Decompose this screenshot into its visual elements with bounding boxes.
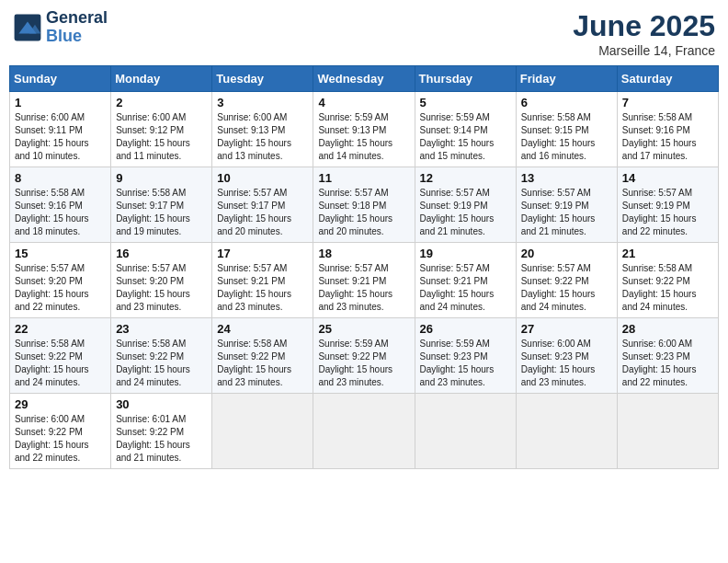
cell-content: Sunrise: 5:58 AMSunset: 9:22 PMDaylight:…	[622, 262, 713, 314]
day-number: 10	[217, 171, 308, 185]
calendar-cell: 17Sunrise: 5:57 AMSunset: 9:21 PMDayligh…	[212, 243, 313, 318]
calendar-cell: 15Sunrise: 5:57 AMSunset: 9:20 PMDayligh…	[10, 243, 111, 318]
calendar-cell: 2Sunrise: 6:00 AMSunset: 9:12 PMDaylight…	[111, 92, 212, 167]
weekday-header-tuesday: Tuesday	[212, 66, 313, 92]
weekday-header-sunday: Sunday	[10, 66, 111, 92]
calendar-cell	[212, 394, 313, 469]
cell-content: Sunrise: 6:00 AMSunset: 9:23 PMDaylight:…	[622, 338, 713, 389]
calendar-week-row: 1Sunrise: 6:00 AMSunset: 9:11 PMDaylight…	[10, 92, 719, 167]
calendar-header-row: SundayMondayTuesdayWednesdayThursdayFrid…	[10, 66, 719, 92]
cell-content: Sunrise: 5:58 AMSunset: 9:22 PMDaylight:…	[116, 338, 207, 389]
calendar-cell: 6Sunrise: 5:58 AMSunset: 9:15 PMDaylight…	[516, 92, 617, 167]
calendar-cell: 22Sunrise: 5:58 AMSunset: 9:22 PMDayligh…	[10, 318, 111, 394]
calendar-cell: 11Sunrise: 5:57 AMSunset: 9:18 PMDayligh…	[313, 167, 415, 243]
cell-content: Sunrise: 5:57 AMSunset: 9:20 PMDaylight:…	[116, 262, 207, 314]
calendar-week-row: 8Sunrise: 5:58 AMSunset: 9:16 PMDaylight…	[10, 167, 719, 243]
day-number: 26	[420, 322, 511, 336]
cell-content: Sunrise: 5:57 AMSunset: 9:19 PMDaylight:…	[420, 187, 511, 238]
cell-content: Sunrise: 5:58 AMSunset: 9:16 PMDaylight:…	[15, 187, 106, 238]
calendar: SundayMondayTuesdayWednesdayThursdayFrid…	[9, 65, 719, 469]
day-number: 23	[116, 322, 207, 336]
day-number: 3	[217, 96, 308, 109]
calendar-cell: 14Sunrise: 5:57 AMSunset: 9:19 PMDayligh…	[617, 167, 718, 243]
calendar-cell	[313, 394, 415, 469]
calendar-cell: 26Sunrise: 5:59 AMSunset: 9:23 PMDayligh…	[415, 318, 516, 394]
calendar-week-row: 15Sunrise: 5:57 AMSunset: 9:20 PMDayligh…	[10, 243, 719, 318]
cell-content: Sunrise: 5:58 AMSunset: 9:22 PMDaylight:…	[15, 338, 106, 389]
day-number: 17	[217, 247, 308, 260]
day-number: 25	[318, 322, 409, 336]
cell-content: Sunrise: 5:57 AMSunset: 9:20 PMDaylight:…	[15, 262, 106, 314]
cell-content: Sunrise: 5:58 AMSunset: 9:16 PMDaylight:…	[622, 111, 713, 163]
logo-text: General Blue	[46, 9, 108, 46]
weekday-header-monday: Monday	[111, 66, 212, 92]
calendar-cell: 27Sunrise: 6:00 AMSunset: 9:23 PMDayligh…	[516, 318, 617, 394]
day-number: 28	[622, 322, 713, 336]
cell-content: Sunrise: 6:00 AMSunset: 9:22 PMDaylight:…	[15, 413, 106, 465]
calendar-cell	[415, 394, 516, 469]
weekday-header-thursday: Thursday	[415, 66, 516, 92]
day-number: 24	[217, 322, 308, 336]
cell-content: Sunrise: 6:00 AMSunset: 9:12 PMDaylight:…	[116, 111, 207, 163]
cell-content: Sunrise: 5:59 AMSunset: 9:23 PMDaylight:…	[420, 338, 511, 389]
calendar-cell: 13Sunrise: 5:57 AMSunset: 9:19 PMDayligh…	[516, 167, 617, 243]
calendar-cell: 19Sunrise: 5:57 AMSunset: 9:21 PMDayligh…	[415, 243, 516, 318]
calendar-cell: 5Sunrise: 5:59 AMSunset: 9:14 PMDaylight…	[415, 92, 516, 167]
day-number: 14	[622, 171, 713, 185]
cell-content: Sunrise: 6:01 AMSunset: 9:22 PMDaylight:…	[116, 413, 207, 465]
day-number: 12	[420, 171, 511, 185]
calendar-cell: 8Sunrise: 5:58 AMSunset: 9:16 PMDaylight…	[10, 167, 111, 243]
calendar-cell	[617, 394, 718, 469]
calendar-week-row: 22Sunrise: 5:58 AMSunset: 9:22 PMDayligh…	[10, 318, 719, 394]
calendar-cell: 25Sunrise: 5:59 AMSunset: 9:22 PMDayligh…	[313, 318, 415, 394]
cell-content: Sunrise: 5:58 AMSunset: 9:22 PMDaylight:…	[217, 338, 308, 389]
day-number: 9	[116, 171, 207, 185]
weekday-header-saturday: Saturday	[617, 66, 718, 92]
cell-content: Sunrise: 5:57 AMSunset: 9:19 PMDaylight:…	[521, 187, 612, 238]
day-number: 18	[318, 247, 409, 260]
logo-icon	[13, 13, 42, 42]
day-number: 7	[622, 96, 713, 109]
header: General Blue June 2025 Marseille 14, Fra…	[9, 9, 719, 58]
cell-content: Sunrise: 6:00 AMSunset: 9:11 PMDaylight:…	[15, 111, 106, 163]
title-area: June 2025 Marseille 14, France	[573, 9, 715, 58]
day-number: 29	[15, 397, 106, 411]
day-number: 27	[521, 322, 612, 336]
calendar-cell: 29Sunrise: 6:00 AMSunset: 9:22 PMDayligh…	[10, 394, 111, 469]
cell-content: Sunrise: 5:58 AMSunset: 9:17 PMDaylight:…	[116, 187, 207, 238]
cell-content: Sunrise: 5:57 AMSunset: 9:21 PMDaylight:…	[318, 262, 409, 314]
cell-content: Sunrise: 5:58 AMSunset: 9:15 PMDaylight:…	[521, 111, 612, 163]
day-number: 19	[420, 247, 511, 260]
weekday-header-friday: Friday	[516, 66, 617, 92]
logo: General Blue	[13, 9, 108, 46]
cell-content: Sunrise: 5:59 AMSunset: 9:22 PMDaylight:…	[318, 338, 409, 389]
cell-content: Sunrise: 6:00 AMSunset: 9:13 PMDaylight:…	[217, 111, 308, 163]
cell-content: Sunrise: 5:57 AMSunset: 9:22 PMDaylight:…	[521, 262, 612, 314]
calendar-cell: 23Sunrise: 5:58 AMSunset: 9:22 PMDayligh…	[111, 318, 212, 394]
day-number: 4	[318, 96, 409, 109]
cell-content: Sunrise: 6:00 AMSunset: 9:23 PMDaylight:…	[521, 338, 612, 389]
calendar-cell: 7Sunrise: 5:58 AMSunset: 9:16 PMDaylight…	[617, 92, 718, 167]
calendar-cell: 4Sunrise: 5:59 AMSunset: 9:13 PMDaylight…	[313, 92, 415, 167]
calendar-cell: 3Sunrise: 6:00 AMSunset: 9:13 PMDaylight…	[212, 92, 313, 167]
weekday-header-wednesday: Wednesday	[313, 66, 415, 92]
location: Marseille 14, France	[573, 43, 715, 58]
day-number: 8	[15, 171, 106, 185]
calendar-cell: 30Sunrise: 6:01 AMSunset: 9:22 PMDayligh…	[111, 394, 212, 469]
day-number: 21	[622, 247, 713, 260]
calendar-cell	[516, 394, 617, 469]
cell-content: Sunrise: 5:57 AMSunset: 9:21 PMDaylight:…	[420, 262, 511, 314]
cell-content: Sunrise: 5:59 AMSunset: 9:14 PMDaylight:…	[420, 111, 511, 163]
day-number: 6	[521, 96, 612, 109]
calendar-cell: 9Sunrise: 5:58 AMSunset: 9:17 PMDaylight…	[111, 167, 212, 243]
cell-content: Sunrise: 5:59 AMSunset: 9:13 PMDaylight:…	[318, 111, 409, 163]
calendar-cell: 24Sunrise: 5:58 AMSunset: 9:22 PMDayligh…	[212, 318, 313, 394]
day-number: 11	[318, 171, 409, 185]
cell-content: Sunrise: 5:57 AMSunset: 9:18 PMDaylight:…	[318, 187, 409, 238]
cell-content: Sunrise: 5:57 AMSunset: 9:17 PMDaylight:…	[217, 187, 308, 238]
calendar-cell: 16Sunrise: 5:57 AMSunset: 9:20 PMDayligh…	[111, 243, 212, 318]
day-number: 1	[15, 96, 106, 109]
calendar-cell: 1Sunrise: 6:00 AMSunset: 9:11 PMDaylight…	[10, 92, 111, 167]
day-number: 22	[15, 322, 106, 336]
calendar-cell: 28Sunrise: 6:00 AMSunset: 9:23 PMDayligh…	[617, 318, 718, 394]
